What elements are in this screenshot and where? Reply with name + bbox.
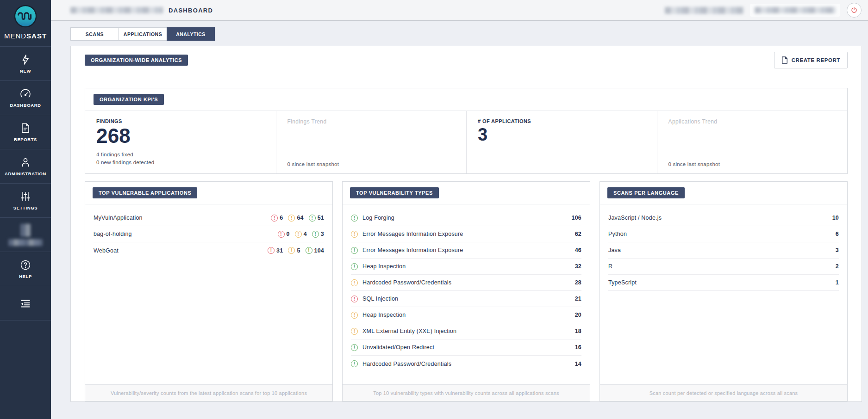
vulnerability-type-row[interactable]: XML External Entity (XXE) Injection 18 — [351, 323, 581, 339]
vulnerability-count: 20 — [575, 312, 581, 318]
vulnerability-type-row[interactable]: Hardcoded Password/Credentials 14 — [351, 356, 581, 372]
tab-applications[interactable]: APPLICATIONS — [119, 27, 167, 41]
create-report-button[interactable]: CREATE REPORT — [774, 52, 848, 68]
vulnerability-type-name: Error Messages Information Exposure — [362, 247, 463, 253]
language-row[interactable]: Python 6 — [608, 226, 839, 242]
redacted-user-name — [8, 239, 43, 246]
high-count: 0 — [287, 231, 290, 237]
card-title-badge: SCANS PER LANGUAGE — [607, 187, 685, 198]
medium-count: 64 — [297, 215, 303, 221]
kpi-findings-detail: 4 findings fixed 0 new findings detected — [96, 151, 265, 166]
logout-button[interactable] — [847, 3, 862, 18]
language-name: Java — [608, 247, 621, 253]
kpi-findings: FINDINGS 268 4 findings fixed 0 new find… — [85, 111, 276, 173]
sliders-icon — [20, 191, 31, 202]
application-row[interactable]: WebGoat 31 5 104 — [94, 242, 324, 259]
mend-logo-icon — [14, 5, 37, 28]
kpi-applications-trend: Applications Trend 0 since last snapshot — [657, 111, 848, 173]
user-menu[interactable] — [750, 4, 840, 17]
card-footer-note: Vulnerability/severity counts from the l… — [85, 384, 332, 401]
sidebar-item-new[interactable]: NEW — [0, 46, 51, 80]
language-row[interactable]: JavaScript / Node.js 10 — [608, 210, 839, 226]
language-name: JavaScript / Node.js — [608, 215, 662, 221]
kpi-applications: # OF APPLICATIONS 3 — [466, 111, 657, 173]
sidebar: MENDSAST NEW DASHBOARD REPORTS ADMINISTR… — [0, 0, 51, 419]
vulnerability-count: 16 — [575, 344, 581, 351]
application-row[interactable]: bag-of-holding 0 4 3 — [94, 226, 324, 242]
vulnerability-type-row[interactable]: Hardcoded Password/Credentials 28 — [351, 275, 581, 291]
application-name: bag-of-holding — [94, 231, 132, 237]
low-count: 3 — [321, 231, 324, 237]
vulnerability-type-row[interactable]: Log Forging 106 — [351, 210, 581, 226]
medium-count: 5 — [297, 247, 300, 254]
lightning-icon — [20, 54, 31, 65]
vulnerability-type-row[interactable]: SQL Injection 21 — [351, 291, 581, 307]
kpi-findings-value: 268 — [96, 126, 265, 146]
low-count: 51 — [318, 215, 324, 221]
card-footer-note: Scan count per detected or specified lan… — [600, 384, 847, 401]
high-severity-icon — [278, 231, 285, 238]
low-count: 104 — [314, 247, 324, 254]
tab-scans[interactable]: SCANS — [70, 27, 119, 41]
low-severity-icon — [312, 231, 319, 238]
sidebar-item-settings[interactable]: SETTINGS — [0, 183, 51, 217]
collapse-menu-icon — [19, 297, 31, 309]
application-row[interactable]: MyVulnApplication 6 64 51 — [94, 210, 324, 226]
low-severity-icon — [309, 215, 316, 222]
vulnerability-type-name: Heap Inspection — [362, 263, 406, 270]
severity-icon — [351, 296, 358, 302]
severity-icon — [351, 263, 358, 270]
sidebar-item-label: HELP — [19, 274, 32, 279]
language-row[interactable]: R 2 — [608, 259, 839, 275]
vulnerability-type-row[interactable]: Unvalidated/Open Redirect 16 — [351, 339, 581, 356]
vulnerability-count: 28 — [575, 279, 581, 286]
redacted-user-menu-label — [755, 7, 836, 13]
gauge-icon — [20, 88, 31, 99]
scan-count: 1 — [836, 279, 839, 286]
sidebar-item-administration[interactable]: ADMINISTRATION — [0, 149, 51, 183]
language-row[interactable]: Java 3 — [608, 242, 839, 259]
main-area: DASHBOARD SCANS APPLICATIONS ANALYTICS O… — [51, 0, 868, 419]
kpi-findings-trend: Findings Trend 0 since last snapshot — [276, 111, 467, 173]
sidebar-item-reports[interactable]: REPORTS — [0, 115, 51, 149]
vulnerability-count: 18 — [575, 328, 581, 334]
vulnerability-type-row[interactable]: Heap Inspection 20 — [351, 307, 581, 323]
sidebar-item-help[interactable]: HELP — [0, 252, 51, 286]
tab-analytics[interactable]: ANALYTICS — [167, 27, 215, 41]
content: SCANS APPLICATIONS ANALYTICS ORGANIZATIO… — [51, 21, 868, 419]
scan-count: 10 — [832, 215, 839, 221]
vulnerability-type-row[interactable]: Error Messages Information Exposure 62 — [351, 226, 581, 242]
sidebar-item-label: NEW — [20, 68, 31, 74]
top-vulnerability-types-card: TOP VULNERABILITY TYPES Log Forging 106 — [342, 181, 590, 401]
severity-icon — [351, 215, 358, 222]
kpi-applications-label: # OF APPLICATIONS — [478, 118, 646, 124]
language-name: R — [608, 263, 612, 270]
top-vulnerable-applications-card: TOP VULNERABLE APPLICATIONS MyVulnApplic… — [85, 181, 333, 401]
vulnerability-type-row[interactable]: Error Messages Information Exposure 46 — [351, 242, 581, 259]
person-icon — [20, 157, 31, 168]
vulnerability-count: 21 — [575, 296, 581, 302]
brand-name: MENDSAST — [4, 32, 47, 40]
organization-kpis-section: ORGANIZATION KPI'S FINDINGS 268 4 findin… — [85, 88, 848, 174]
vulnerability-type-row[interactable]: Heap Inspection 32 — [351, 259, 581, 275]
vulnerability-type-name: Hardcoded Password/Credentials — [362, 361, 451, 367]
page-title: DASHBOARD — [169, 7, 213, 14]
severity-icon — [351, 231, 358, 238]
scans-per-language-card: SCANS PER LANGUAGE JavaScript / Node.js … — [599, 181, 848, 401]
medium-count: 4 — [304, 231, 307, 237]
vulnerability-count: 14 — [575, 361, 581, 367]
kpi-applications-trend-note: 0 since last snapshot — [668, 161, 837, 167]
analytics-panel: ORGANIZATION-WIDE ANALYTICS CREATE REPOR… — [70, 46, 862, 402]
vulnerability-count: 32 — [575, 263, 581, 270]
sidebar-item-user[interactable] — [0, 217, 51, 252]
app-root: MENDSAST NEW DASHBOARD REPORTS ADMINISTR… — [0, 0, 868, 419]
language-row[interactable]: TypeScript 1 — [608, 275, 839, 291]
sidebar-collapse-button[interactable] — [0, 286, 51, 320]
severity-icon — [351, 312, 358, 319]
language-name: TypeScript — [608, 279, 637, 286]
document-icon — [781, 56, 788, 64]
card-footer-note: Top 10 vulnerability types with vulnerab… — [343, 384, 590, 401]
vulnerability-count: 106 — [572, 215, 581, 221]
medium-severity-icon — [295, 231, 302, 238]
sidebar-item-dashboard[interactable]: DASHBOARD — [0, 80, 51, 115]
